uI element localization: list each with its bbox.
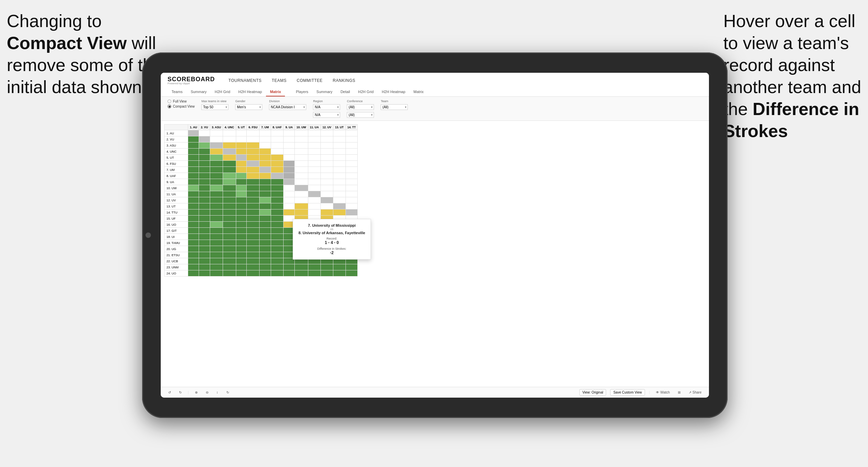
matrix-cell[interactable]	[346, 149, 358, 155]
matrix-cell[interactable]	[259, 191, 271, 197]
matrix-cell[interactable]	[210, 246, 223, 252]
matrix-cell[interactable]	[210, 167, 223, 173]
matrix-cell[interactable]	[210, 136, 223, 142]
matrix-cell[interactable]	[271, 173, 284, 179]
matrix-cell[interactable]	[199, 246, 210, 252]
matrix-cell[interactable]	[259, 270, 271, 276]
matrix-cell[interactable]	[284, 197, 295, 203]
matrix-cell[interactable]	[188, 258, 199, 264]
toolbar-icon1[interactable]: ⊕	[193, 390, 200, 395]
sub-nav-players-h2h-heatmap[interactable]: H2H Heatmap	[378, 88, 409, 96]
matrix-cell[interactable]	[210, 173, 223, 179]
matrix-cell[interactable]	[259, 258, 271, 264]
matrix-cell[interactable]	[247, 197, 259, 203]
matrix-cell[interactable]	[188, 185, 199, 191]
matrix-cell[interactable]	[236, 209, 247, 216]
matrix-cell[interactable]	[295, 155, 308, 161]
matrix-cell[interactable]	[223, 136, 236, 142]
matrix-cell[interactable]	[295, 130, 308, 136]
matrix-cell[interactable]	[346, 203, 358, 209]
matrix-cell[interactable]	[223, 130, 236, 136]
matrix-cell[interactable]	[188, 130, 199, 136]
matrix-cell[interactable]	[295, 197, 308, 203]
matrix-cell[interactable]	[259, 264, 271, 270]
matrix-cell[interactable]	[188, 222, 199, 228]
matrix-cell[interactable]	[247, 258, 259, 264]
matrix-cell[interactable]	[259, 197, 271, 203]
matrix-cell[interactable]	[333, 197, 346, 203]
toolbar-icon2[interactable]: ⊖	[204, 390, 210, 395]
sub-nav-h2h-grid[interactable]: H2H Grid	[210, 88, 234, 96]
matrix-cell[interactable]	[346, 191, 358, 197]
matrix-cell[interactable]	[333, 149, 346, 155]
division-select[interactable]: NCAA Division I	[269, 104, 306, 110]
matrix-cell[interactable]	[223, 246, 236, 252]
matrix-cell[interactable]	[346, 197, 358, 203]
matrix-cell[interactable]	[247, 167, 259, 173]
matrix-cell[interactable]	[199, 161, 210, 167]
matrix-cell[interactable]	[271, 161, 284, 167]
matrix-cell[interactable]	[321, 173, 333, 179]
conference-select[interactable]: (All)	[347, 104, 374, 110]
matrix-cell[interactable]	[271, 185, 284, 191]
matrix-cell[interactable]	[321, 142, 333, 149]
toolbar-icon3[interactable]: ↕	[215, 390, 220, 395]
matrix-cell[interactable]	[199, 136, 210, 142]
matrix-cell[interactable]	[284, 270, 295, 276]
matrix-cell[interactable]	[210, 130, 223, 136]
matrix-cell[interactable]	[271, 264, 284, 270]
matrix-cell[interactable]	[295, 142, 308, 149]
sub-nav-h2h-heatmap[interactable]: H2H Heatmap	[234, 88, 266, 96]
matrix-cell[interactable]	[284, 161, 295, 167]
matrix-cell[interactable]	[188, 155, 199, 161]
nav-link-rankings[interactable]: RANKINGS	[333, 77, 355, 84]
matrix-cell[interactable]	[259, 234, 271, 240]
matrix-cell[interactable]	[284, 149, 295, 155]
matrix-cell[interactable]	[247, 246, 259, 252]
matrix-cell[interactable]	[321, 179, 333, 185]
matrix-cell[interactable]	[259, 136, 271, 142]
matrix-cell[interactable]	[333, 136, 346, 142]
matrix-cell[interactable]	[333, 203, 346, 209]
matrix-cell[interactable]	[223, 258, 236, 264]
matrix-cell[interactable]	[247, 136, 259, 142]
matrix-cell[interactable]	[236, 246, 247, 252]
matrix-cell[interactable]	[308, 167, 320, 173]
matrix-cell[interactable]	[210, 234, 223, 240]
matrix-cell[interactable]	[333, 185, 346, 191]
matrix-cell[interactable]	[346, 209, 358, 216]
matrix-cell[interactable]	[308, 173, 320, 179]
matrix-cell[interactable]	[346, 155, 358, 161]
matrix-cell[interactable]	[236, 216, 247, 222]
matrix-cell[interactable]	[236, 264, 247, 270]
matrix-cell[interactable]	[188, 149, 199, 155]
matrix-cell[interactable]	[188, 240, 199, 246]
matrix-cell[interactable]	[188, 197, 199, 203]
matrix-cell[interactable]	[247, 173, 259, 179]
matrix-cell[interactable]	[223, 161, 236, 167]
matrix-cell[interactable]	[346, 130, 358, 136]
matrix-cell[interactable]	[188, 234, 199, 240]
matrix-cell[interactable]	[236, 155, 247, 161]
sub-nav-players-matrix[interactable]: Matrix	[409, 88, 428, 96]
matrix-cell[interactable]	[259, 240, 271, 246]
matrix-cell[interactable]	[199, 240, 210, 246]
matrix-cell[interactable]	[308, 209, 320, 216]
matrix-cell[interactable]	[333, 270, 346, 276]
matrix-cell[interactable]	[308, 264, 320, 270]
matrix-cell[interactable]	[210, 216, 223, 222]
matrix-cell[interactable]	[295, 270, 308, 276]
matrix-cell[interactable]	[295, 264, 308, 270]
matrix-cell[interactable]	[199, 228, 210, 234]
matrix-cell[interactable]	[346, 161, 358, 167]
matrix-cell[interactable]	[199, 179, 210, 185]
toolbar-icon4[interactable]: ↻	[224, 390, 231, 395]
radio-compact-view[interactable]: Compact View	[168, 105, 195, 108]
matrix-cell[interactable]	[271, 179, 284, 185]
matrix-cell[interactable]	[259, 130, 271, 136]
matrix-cell[interactable]	[333, 179, 346, 185]
matrix-cell[interactable]	[346, 185, 358, 191]
matrix-cell[interactable]	[199, 149, 210, 155]
matrix-cell[interactable]	[346, 264, 358, 270]
matrix-cell[interactable]	[259, 179, 271, 185]
